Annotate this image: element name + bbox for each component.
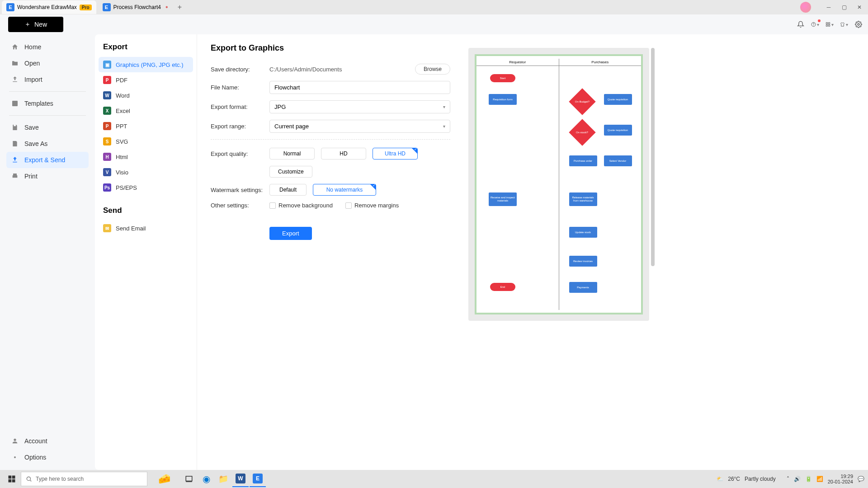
checkbox-remove-background[interactable]: Remove background	[269, 202, 333, 209]
doc-icon: E	[103, 3, 111, 11]
shirt-icon[interactable]: ▾	[840, 20, 848, 28]
file-name-input[interactable]	[269, 81, 450, 94]
start-button[interactable]	[4, 471, 20, 487]
export-item-pdf[interactable]: PPDF	[99, 72, 193, 88]
sidebar-item-save[interactable]: Save	[6, 119, 89, 136]
ppt-icon: P	[103, 122, 111, 130]
quality-hd[interactable]: HD	[321, 148, 366, 160]
label-save-directory: Save directory:	[211, 66, 269, 73]
taskbar-word[interactable]: W	[232, 471, 249, 487]
export-item-visio[interactable]: VVisio	[99, 164, 193, 180]
export-range-select[interactable]: Current page▾	[269, 120, 450, 133]
svg-point-6	[858, 23, 859, 25]
export-item-ppt[interactable]: PPPT	[99, 118, 193, 134]
sidebar-item-home[interactable]: Home	[6, 39, 89, 55]
tray-notifications-icon[interactable]: 💬	[858, 476, 864, 482]
watermark-default[interactable]: Default	[269, 184, 307, 196]
export-icon	[11, 156, 19, 164]
quality-ultra-hd[interactable]: Ultra HD	[373, 148, 418, 160]
export-item-pseps[interactable]: PsPS/EPS	[99, 180, 193, 195]
taskbar-news-widget[interactable]: 🧀	[148, 471, 180, 487]
label-watermark: Watermark settings:	[211, 187, 269, 193]
sidebar-item-save-as[interactable]: Save As	[6, 136, 89, 152]
tray-volume-icon[interactable]: 🔊	[794, 476, 801, 482]
apps-icon[interactable]: ▾	[826, 20, 834, 28]
svg-point-14	[27, 477, 30, 480]
svg-rect-10	[9, 476, 12, 479]
node-req-form: Requisition form	[489, 94, 517, 105]
svg-rect-4	[826, 25, 827, 26]
export-item-html[interactable]: HHtml	[99, 149, 193, 164]
node-select-vendor: Select Vendor	[604, 155, 632, 166]
home-icon	[11, 43, 19, 51]
taskbar-file-explorer[interactable]: 📁	[215, 471, 231, 487]
svg-rect-2	[826, 23, 827, 24]
taskbar: Type here to search 🧀 ◉ 📁 W E ⛅ 26°C Par…	[0, 470, 868, 488]
node-payments: Payments	[569, 282, 597, 293]
preview-scrollbar[interactable]	[651, 48, 655, 321]
weather-icon[interactable]: ⛅	[717, 476, 723, 482]
export-item-svg[interactable]: SSVG	[99, 134, 193, 149]
export-format-select[interactable]: JPG▾	[269, 100, 450, 113]
document-tab[interactable]: E Process Flowchart4 •	[98, 0, 173, 14]
export-button[interactable]: Export	[269, 227, 312, 240]
pdf-icon: P	[103, 76, 111, 84]
templates-icon	[11, 99, 19, 108]
quality-normal[interactable]: Normal	[269, 148, 315, 160]
node-start: Start	[490, 74, 515, 82]
watermark-none[interactable]: No watermarks	[313, 184, 376, 196]
sidebar-item-import[interactable]: Import	[6, 71, 89, 88]
email-icon: ✉	[103, 224, 111, 232]
tray-wifi-icon[interactable]: 📶	[816, 476, 823, 482]
node-quote-2: Quote requisition	[604, 125, 632, 136]
sidebar-item-account[interactable]: Account	[6, 433, 89, 449]
pro-badge: Pro	[80, 5, 92, 10]
export-item-graphics[interactable]: ▣Graphics (PNG, JPG etc.)	[99, 57, 193, 72]
send-heading: Send	[99, 206, 193, 221]
document-tab-label: Process Flowchart4	[113, 4, 161, 10]
sidebar-item-export-send[interactable]: Export & Send	[6, 152, 89, 168]
sidebar-item-options[interactable]: Options	[6, 449, 89, 465]
taskbar-edrawmax[interactable]: E	[250, 471, 266, 487]
export-item-label: Visio	[116, 169, 128, 176]
gear-icon[interactable]	[854, 20, 863, 28]
taskbar-search[interactable]: Type here to search	[21, 472, 147, 486]
checkbox-remove-margins[interactable]: Remove margins	[345, 202, 399, 209]
folder-icon	[11, 59, 19, 67]
taskbar-edge[interactable]: ◉	[198, 471, 214, 487]
close-button[interactable]: ✕	[853, 1, 866, 14]
minimize-button[interactable]: ─	[822, 1, 835, 14]
tray-chevron-icon[interactable]: ˄	[787, 476, 789, 482]
sidebar-label: Account	[24, 437, 47, 445]
export-item-label: PDF	[116, 77, 127, 84]
bell-icon[interactable]	[797, 20, 805, 28]
sidebar-item-print[interactable]: Print	[6, 168, 89, 184]
import-icon	[11, 75, 19, 84]
export-item-excel[interactable]: XExcel	[99, 103, 193, 118]
export-heading: Export	[99, 42, 193, 57]
new-tab-button[interactable]: +	[175, 2, 185, 13]
svg-rect-13	[12, 479, 15, 483]
tray-battery-icon[interactable]: 🔋	[805, 476, 812, 482]
new-button[interactable]: ＋ New	[8, 17, 63, 32]
export-item-send-email[interactable]: ✉Send Email	[99, 221, 193, 236]
sidebar-item-open[interactable]: Open	[6, 55, 89, 71]
sidebar-item-templates[interactable]: Templates	[6, 95, 89, 112]
help-icon[interactable]: ▾	[811, 20, 819, 28]
maximize-button[interactable]: ▢	[837, 1, 851, 14]
chevron-down-icon: ▾	[443, 104, 445, 109]
browse-button[interactable]: Browse	[415, 64, 450, 75]
lane-header-1: Requestor	[476, 59, 559, 66]
sidebar-label: Templates	[24, 100, 53, 107]
user-avatar[interactable]	[800, 2, 811, 13]
taskbar-clock[interactable]: 19:29 20-01-2024	[828, 474, 853, 484]
visio-icon: V	[103, 168, 111, 176]
lane-header-2: Purchases	[559, 59, 642, 66]
app-tab-main[interactable]: E Wondershare EdrawMax Pro	[2, 0, 96, 14]
sidebar: Home Open Import Templates Save Save As …	[0, 34, 95, 470]
export-item-label: SVG	[116, 138, 128, 145]
task-view-button[interactable]	[181, 471, 197, 487]
customize-button[interactable]: Customize	[269, 166, 312, 178]
export-item-word[interactable]: WWord	[99, 88, 193, 103]
label-other: Other settings:	[211, 202, 269, 209]
